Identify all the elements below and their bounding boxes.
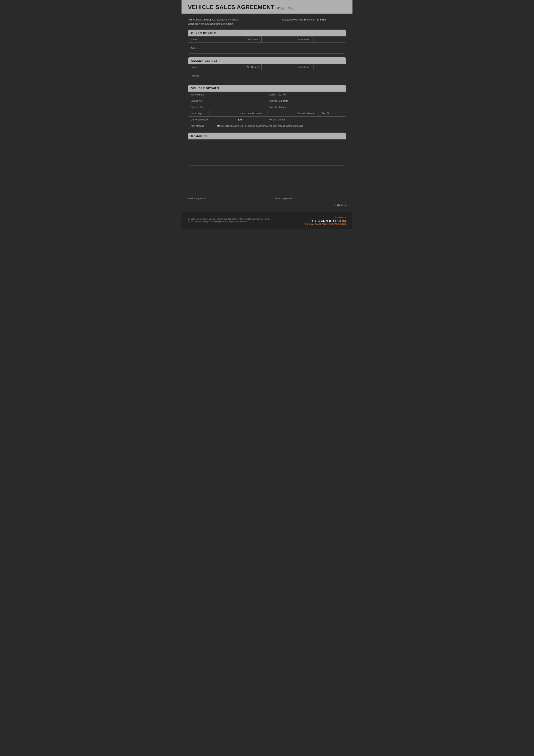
max-mileage-label: Max Mileage (188, 123, 214, 129)
seller-contact-label: Contact No. (294, 64, 314, 70)
remarks-title: REMARKS (191, 134, 207, 138)
mileage-km-label: KM (238, 118, 242, 121)
footer-produced-by: Produced by (305, 216, 346, 218)
orig-reg-value[interactable] (294, 98, 346, 104)
keys-row: No. of keys No. of remote control Owner'… (188, 110, 346, 116)
chassis-value[interactable] (214, 104, 266, 110)
max-mileage-value[interactable]: KM (Vehicle mileage is to be no greater … (214, 123, 346, 129)
vehicle-section: VEHICLE DETAILS Make/Model Vehicle Reg. … (188, 85, 346, 129)
buyer-address-row: Address (188, 42, 346, 53)
seller-contact-value[interactable] (314, 64, 346, 70)
make-model-value[interactable] (214, 92, 266, 97)
current-mileage-value[interactable]: KM (214, 117, 266, 122)
page-number: Page 1 of 2 (182, 200, 352, 209)
buyer-section: BUYER DETAILS Name NRIC No./ID Contact N… (188, 30, 346, 54)
transfers-value[interactable] (294, 117, 346, 122)
orig-reg-label: Original Reg. Date (266, 98, 294, 104)
footer-divider (290, 215, 290, 226)
buyer-contact-label: Contact No. (294, 37, 314, 42)
buyer-nric-value[interactable] (262, 37, 294, 42)
footer-disclaimer: By using this document, you agree not to… (188, 218, 275, 224)
road-tax-value[interactable] (294, 104, 346, 110)
buyer-contact-value[interactable] (314, 37, 346, 42)
seller-section-header: SELLER DETAILS (188, 57, 346, 64)
buyer-sig-label: Buyer's Signature (188, 198, 205, 200)
vehicle-section-body: Make/Model Vehicle Reg. No. Engine No. O… (188, 92, 346, 129)
seller-signature-block: Seller's Signature (275, 195, 346, 200)
seller-title: SELLER DETAILS (191, 59, 218, 62)
vehicle-title: VEHICLE DETAILS (191, 87, 219, 90)
remote-label: No. of remote control (237, 110, 267, 116)
intro-text-3: under the terms and conditions as set fo… (188, 22, 234, 25)
content-area: This VEHICLE SALES AGREEMENT is made on … (182, 14, 352, 191)
vehicle-section-header: VEHICLE DETAILS (188, 85, 346, 92)
intro-text-2: (Date), between The Buyer and The Seller… (281, 18, 326, 22)
document-title: VEHICLE SALES AGREEMENT (188, 4, 274, 11)
max-mileage-row: Max Mileage KM (Vehicle mileage is to be… (188, 122, 346, 129)
buyer-name-row: Name NRIC No./ID Contact No. (188, 37, 346, 42)
remarks-body[interactable] (188, 139, 346, 165)
brand-com: .COM (336, 219, 346, 223)
buyer-signature-block: Buyer's Signature (188, 195, 259, 200)
engine-row: Engine No. Original Reg. Date (188, 97, 346, 104)
seller-address-row: Address (188, 70, 346, 81)
spacer (188, 169, 346, 186)
remarks-section: REMARKS (188, 133, 346, 166)
page-indicator: (Page 1 of 2) (277, 7, 293, 10)
max-mileage-note: (Vehicle mileage is to be no greater tha… (221, 125, 303, 127)
signature-area: Buyer's Signature Seller's Signature (182, 195, 352, 200)
transfers-label: No. of Transfers (266, 117, 294, 122)
seller-address-label: Address (188, 70, 212, 81)
seller-section: SELLER DETAILS Name NRIC No./ID Contact … (188, 57, 346, 81)
page-header: VEHICLE SALES AGREEMENT (Page 1 of 2) (182, 0, 352, 14)
max-km-label: KM (216, 125, 220, 127)
buyer-name-value[interactable] (212, 37, 244, 42)
intro-text: This VEHICLE SALES AGREEMENT is made on … (188, 18, 346, 26)
keys-value[interactable] (210, 110, 237, 116)
seller-name-label: Name (188, 64, 212, 70)
current-mileage-label: Current Mileage (188, 117, 214, 122)
brand-sgcarmart: SGCARMART (312, 219, 336, 223)
manual-label: Owner's Manual (295, 110, 318, 116)
buyer-address-value[interactable] (212, 43, 346, 53)
buyer-section-body: Name NRIC No./ID Contact No. Address (188, 37, 346, 53)
seller-sig-label: Seller's Signature (275, 198, 292, 200)
buyer-title: BUYER DETAILS (191, 32, 216, 35)
mileage-row: Current Mileage KM No. of Transfers (188, 116, 346, 122)
remote-value[interactable] (267, 110, 295, 116)
engine-value[interactable] (214, 98, 266, 104)
date-underline (241, 18, 280, 22)
make-model-row: Make/Model Vehicle Reg. No. (188, 92, 346, 97)
keys-label: No. of keys (188, 110, 210, 116)
seller-nric-label: NRIC No./ID (244, 64, 262, 70)
footer: By using this document, you agree not to… (182, 212, 352, 229)
buyer-nric-label: NRIC No./ID (244, 37, 262, 42)
footer-brand-name: SGCARMART.COM (305, 219, 346, 223)
chassis-label: Chassis No. (188, 104, 214, 110)
seller-address-value[interactable] (212, 70, 346, 81)
seller-section-body: Name NRIC No./ID Contact No. Address (188, 64, 346, 81)
footer-brand-block: Produced by SGCARMART.COM THE ONLY PLACE… (305, 216, 346, 225)
seller-name-row: Name NRIC No./ID Contact No. (188, 64, 346, 70)
page-number-text: Page 1 of 2 (335, 204, 346, 206)
page: VEHICLE SALES AGREEMENT (Page 1 of 2) Th… (182, 0, 352, 242)
manual-value[interactable]: Yes / No (318, 110, 346, 116)
remarks-header: REMARKS (188, 133, 346, 139)
intro-text-1: This VEHICLE SALES AGREEMENT is made on (188, 18, 239, 22)
make-model-label: Make/Model (188, 92, 214, 97)
seller-nric-value[interactable] (262, 64, 294, 70)
footer-tagline: THE ONLY PLACE FOR SMART CAR BUYERS (305, 223, 346, 225)
buyer-name-label: Name (188, 37, 212, 42)
road-tax-label: Road Tax Expiry (266, 104, 294, 110)
vehicle-reg-label: Vehicle Reg. No. (266, 92, 294, 97)
engine-label: Engine No. (188, 98, 214, 104)
vehicle-reg-value[interactable] (294, 92, 346, 97)
chassis-row: Chassis No. Road Tax Expiry (188, 104, 346, 110)
seller-name-value[interactable] (212, 64, 244, 70)
buyer-address-label: Address (188, 43, 212, 53)
buyer-section-header: BUYER DETAILS (188, 30, 346, 37)
